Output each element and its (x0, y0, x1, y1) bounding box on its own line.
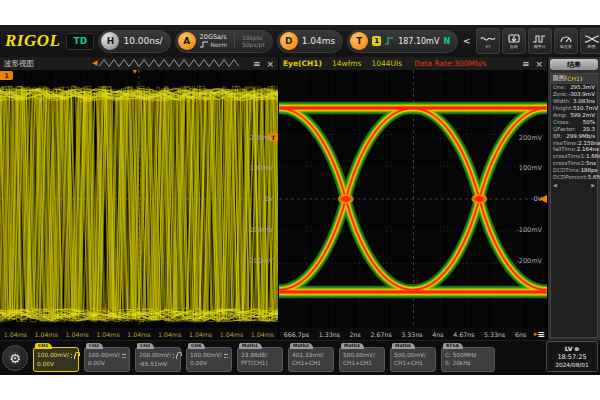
power-icon: ⊕ (574, 345, 579, 352)
waveform-trace (0, 70, 278, 328)
waveform-close-icon[interactable]: × (266, 59, 274, 69)
measurement-row: BR:299.9Mb/s (551, 132, 597, 139)
lock-icon (176, 355, 177, 359)
measurement-row: riseTime:2.158ns (551, 139, 597, 146)
axis-menu-lines-icon: ≡ (537, 329, 545, 339)
measurement-row: Cross:50% (551, 118, 597, 125)
results-panel: 眼图(CH1) One:295.3mV Zero:-303.9mV Width:… (550, 73, 598, 338)
measurement-row: Amp:599.2mV (551, 112, 597, 119)
toolbar-scroll-left-icon[interactable]: < (462, 36, 472, 46)
measurement-row: One:295.3mV (551, 84, 597, 91)
math3-box[interactable]: Math3 500.00mV/ CH1+CH1 (339, 347, 385, 372)
channel-box-ch3[interactable]: CH3 200.00mV/ -65.51mV (135, 347, 181, 372)
xy-icon (480, 34, 496, 43)
delay-knob[interactable]: D (280, 32, 298, 50)
edge-icon (200, 41, 209, 48)
eye-axis-menu-button[interactable]: ▸ ≡ (534, 328, 545, 340)
eye-close-icon[interactable]: × (535, 59, 543, 69)
horizontal-scale-control[interactable]: H 10.00ns/ (98, 30, 170, 53)
sample-resolution: 50ps/pt (242, 41, 265, 48)
wave-y-label: 100mV (250, 164, 273, 172)
measurement-row: Width:3.083ns (551, 98, 597, 105)
trigger-edge-icon (385, 37, 394, 45)
waveform-view-titlebar: 波形视图 ◀ ≡ × (0, 57, 278, 70)
measurement-row: fallTime:2.164ns (551, 146, 597, 153)
voltmeter-icon (558, 34, 574, 43)
waveform-graticule: 1 ▼ T 200mV 100mV 0V -100mV -200mV (0, 70, 278, 328)
eye-diagram-window: Eye(CH1) 14wfms 1044UIs Data Rate:300Mb/… (278, 57, 547, 340)
main-area: 波形视图 ◀ ≡ × 1 ▼ T 200mV 100mV (0, 57, 600, 340)
tool-storage-button[interactable]: 存储 (502, 28, 526, 54)
dc-coupling-icon (71, 354, 72, 358)
delay-control[interactable]: D 1.04ms (277, 30, 344, 53)
eye-diagram-icon (584, 34, 600, 43)
math4-box[interactable]: Math4 500.00mV/ CH1+CH1 (390, 347, 436, 372)
wave-y-label: -100mV (247, 226, 273, 234)
math1-box[interactable]: Math1 23.98dB/ FFT(CH1) (237, 347, 283, 372)
eye-y-label: -100mV (516, 226, 542, 234)
results-header-button[interactable]: 结果 (550, 59, 598, 70)
channel-box-ch4[interactable]: CH4 100.00mV/ 0.00V (186, 347, 232, 372)
eye-ui-count: 1044UIs (372, 59, 403, 68)
horizontal-scale-value: 10.00ns/ (123, 36, 162, 46)
measurement-row: DCDTime:188ps (551, 167, 597, 174)
status-indicator: LV (565, 345, 573, 352)
waveform-overview-strip[interactable]: ◀ (92, 58, 239, 68)
channel-box-ch2[interactable]: CH2 100.00mV/ 0.00V (84, 347, 130, 372)
tool-xy-button[interactable]: XY (476, 28, 500, 54)
sample-rate: 20GSa/s (200, 34, 227, 42)
measurement-row: Zero:-303.9mV (551, 91, 597, 98)
measurement-row: Height:510.7mV (551, 105, 597, 112)
waveform-view-title: 波形视图 (4, 59, 34, 69)
oscilloscope-ui: RIGOL TD H 10.00ns/ A 20GSa/s Norm 10kpt… (0, 25, 600, 375)
rtsa-box[interactable]: RTSA C: 500MHz S: 20kHz (441, 347, 495, 372)
measurement-row: QFactor:20.3 (551, 125, 597, 132)
strip-back-icon[interactable]: ◀ (92, 59, 97, 67)
measurement-row: crossTime1:1.66ns (551, 153, 597, 160)
acquire-mode: Norm (211, 41, 227, 48)
trigger-control[interactable]: T 1 187.10mV N (347, 30, 458, 53)
lock-icon (74, 355, 75, 359)
tool-eye-diagram-button[interactable]: 眼图 (580, 28, 600, 54)
delay-value: 1.04ms (302, 36, 336, 46)
trigger-knob[interactable]: T (350, 32, 368, 50)
rigol-logo: RIGOL (3, 31, 62, 51)
results-tab-eye-ch1[interactable]: 眼图(CH1) (551, 74, 597, 84)
wave-y-label: 0V (264, 195, 273, 203)
dc-coupling-icon (173, 354, 174, 358)
eye-wfms-count: 14wfms (332, 59, 362, 68)
segment-time-labels: 1.04ms 1.04ms 1.04ms 1.04ms 1.04ms 1.04m… (0, 328, 278, 340)
acquisition-control[interactable]: A 20GSa/s Norm 10kpts 50ps/pt (175, 30, 273, 53)
eye-graticule: 200mV 100mV 0V -100mV -200mV (279, 70, 547, 328)
trigger-status-flag: N (443, 37, 450, 46)
bottom-bar: ⚙ CH1 100.00mV/ 0.00V CH2 100.00mV/ 0.00… (0, 340, 600, 375)
results-scroll-left-icon[interactable]: ◀ (553, 182, 557, 188)
clock-time: 18:57:25 (557, 353, 586, 361)
tool-counter-button[interactable]: 频率计 (528, 28, 552, 54)
gear-icon[interactable]: ⚙ (2, 345, 28, 371)
waveform-view-window: 波形视图 ◀ ≡ × 1 ▼ T 200mV 100mV (0, 57, 278, 340)
waveform-menu-icon[interactable]: ≡ (253, 59, 261, 69)
eye-y-label: 100mV (519, 164, 542, 172)
channel1-marker[interactable]: 1 (0, 71, 13, 80)
top-bar: RIGOL TD H 10.00ns/ A 20GSa/s Norm 10kpt… (0, 25, 600, 57)
results-sidebar: 结果 眼图(CH1) One:295.3mV Zero:-303.9mV Wid… (547, 57, 600, 340)
eye-menu-icon[interactable]: ≡ (522, 59, 530, 69)
tool-voltmeter-button[interactable]: 电压表 (554, 28, 578, 54)
wave-y-label: 200mV (250, 134, 273, 142)
eye-y-label: 200mV (519, 134, 542, 142)
frequency-counter-icon (532, 34, 548, 43)
dc-coupling-icon (122, 354, 126, 358)
horizontal-knob[interactable]: H (101, 32, 119, 50)
channel-box-ch1[interactable]: CH1 100.00mV/ 0.00V (33, 347, 79, 372)
trigger-level-value: 187.10mV (398, 37, 439, 46)
wave-y-label: -200mV (247, 257, 273, 265)
measurement-row: DCDPercent:5.6% (551, 174, 597, 181)
math2-box[interactable]: Math2 401.33mV/ CH1+CH1 (288, 347, 334, 372)
acquisition-knob[interactable]: A (178, 32, 196, 50)
dc-coupling-icon (224, 354, 228, 358)
clock-box[interactable]: LV⊕ 18:57:25 2024/08/01 (546, 341, 598, 372)
toolbar: XY 存储 频率计 电压表 眼图 (476, 28, 600, 54)
eye-title: Eye(CH1) (283, 59, 322, 68)
results-scroll-right-icon[interactable]: ▶ (591, 182, 595, 188)
